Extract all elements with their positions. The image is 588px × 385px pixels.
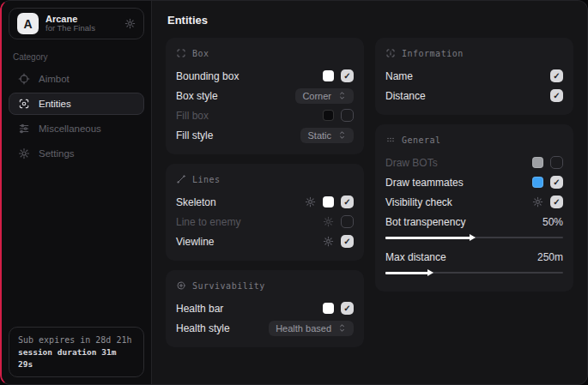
row-draw-bots: Draw BOTs (385, 153, 563, 172)
main-content: Entities Box Bounding box (152, 1, 587, 384)
checkbox[interactable] (341, 109, 354, 122)
unfold-icon (337, 130, 347, 140)
session-duration-text: session duration 31m 29s (18, 346, 135, 371)
slider-track[interactable] (385, 237, 563, 238)
dropdown-value: Corner (302, 91, 331, 101)
panel-box: Box Bounding box Box style Corner (166, 38, 364, 154)
health-icon (176, 280, 186, 291)
row-box-style: Box style Corner (176, 86, 354, 105)
gear-icon (18, 147, 30, 159)
slider-value: 50% (543, 216, 563, 228)
app-logo: A (17, 13, 39, 34)
slider-max-distance: Max distance 250m (385, 247, 563, 274)
sidebar-item-label: Aimbot (39, 74, 70, 84)
row-label: Distance (385, 90, 426, 102)
sidebar-item-aimbot[interactable]: Aimbot (9, 68, 144, 90)
color-swatch[interactable] (323, 110, 334, 121)
checkbox[interactable] (550, 69, 563, 82)
sub-expiry-text: Sub expires in 28d 21h (18, 334, 135, 346)
checkbox[interactable] (341, 302, 354, 315)
category-label: Category (13, 52, 140, 62)
row-name: Name (385, 66, 563, 86)
panel-general: General Draw BOTs Draw teammates (375, 124, 573, 292)
row-label: Health bar (176, 303, 223, 315)
row-health-bar: Health bar (176, 298, 354, 318)
unfold-icon (337, 91, 347, 100)
diagonal-line-icon (176, 174, 186, 184)
row-viewline: Viewline (176, 232, 354, 251)
row-label: Box style (176, 90, 218, 102)
row-label: Bot transpenency (385, 216, 465, 228)
checkbox[interactable] (341, 235, 354, 248)
color-swatch[interactable] (323, 70, 334, 81)
slider-value: 250m (537, 251, 563, 263)
row-health-style: Health style Health based (176, 318, 354, 338)
slider-handle[interactable] (385, 237, 470, 239)
slider-bot-transparency: Bot transpenency 50% (385, 212, 563, 238)
checkbox[interactable] (341, 215, 354, 228)
row-bounding-box: Bounding box (176, 66, 354, 86)
unfold-icon (337, 323, 347, 333)
panel-survivability: Survivability Health bar Health style He… (166, 270, 364, 347)
row-line-to-enemy: Line to enemy (176, 212, 354, 232)
row-draw-teammates: Draw teammates (385, 172, 563, 192)
sidebar-item-label: Settings (39, 148, 75, 159)
checkbox[interactable] (550, 196, 563, 208)
app-subtitle: for The Finals (45, 24, 95, 33)
panel-header-label: Box (192, 49, 209, 58)
sidebar: A Arcane for The Finals Category Aimbot … (2, 1, 152, 384)
row-label: Viewline (176, 236, 214, 248)
app-window: A Arcane for The Finals Category Aimbot … (0, 0, 588, 385)
sidebar-item-label: Entities (39, 99, 71, 109)
dropdown-value: Health based (276, 323, 331, 334)
gear-icon[interactable] (323, 216, 334, 227)
row-label: Draw BOTs (385, 157, 438, 169)
row-skeleton: Skeleton (176, 192, 354, 212)
page-title: Entities (167, 14, 573, 27)
row-label: Health style (176, 322, 230, 334)
checkbox[interactable] (550, 156, 563, 169)
logo-card: A Arcane for The Finals (9, 8, 144, 39)
sidebar-item-entities[interactable]: Entities (9, 93, 144, 115)
grid-dots-icon (385, 135, 396, 145)
checkbox[interactable] (550, 89, 563, 102)
panel-lines: Lines Skeleton Line to enemy (166, 164, 364, 261)
row-label: Draw teammates (385, 177, 464, 189)
color-swatch[interactable] (532, 157, 543, 168)
sliders-icon (18, 123, 30, 135)
crosshair-icon (18, 73, 30, 85)
fill-style-dropdown[interactable]: Static (300, 128, 354, 143)
sidebar-item-miscellaneous[interactable]: Miscellaneous (9, 117, 144, 140)
slider-track[interactable] (385, 272, 563, 274)
gear-icon[interactable] (305, 196, 316, 208)
row-visibility-check: Visibility check (385, 192, 563, 212)
sidebar-item-label: Miscellaneous (39, 123, 101, 134)
panel-header-label: Survivability (192, 281, 265, 291)
box-style-dropdown[interactable]: Corner (295, 88, 354, 104)
checkbox[interactable] (341, 69, 354, 82)
sidebar-item-settings[interactable]: Settings (9, 142, 144, 165)
color-swatch[interactable] (532, 177, 543, 188)
checkbox[interactable] (550, 176, 563, 189)
info-scan-icon (385, 48, 396, 58)
row-label: Bounding box (176, 70, 239, 82)
panel-header-label: General (402, 135, 441, 145)
gear-icon[interactable] (124, 18, 136, 29)
scan-icon (18, 98, 30, 110)
scan-brackets-icon (176, 48, 186, 58)
subscription-card: Sub expires in 28d 21h session duration … (9, 327, 144, 378)
row-label: Visibility check (385, 196, 452, 208)
gear-icon[interactable] (532, 196, 543, 208)
row-label: Name (385, 70, 413, 82)
dropdown-value: Static (307, 130, 331, 141)
gear-icon[interactable] (323, 236, 334, 247)
health-style-dropdown[interactable]: Health based (269, 321, 354, 336)
checkbox[interactable] (341, 196, 354, 208)
row-label: Fill style (176, 129, 213, 141)
row-label: Skeleton (176, 196, 216, 208)
color-swatch[interactable] (323, 196, 334, 208)
color-swatch[interactable] (323, 303, 334, 314)
row-label: Fill box (176, 110, 209, 122)
panel-header-label: Lines (192, 175, 221, 184)
slider-handle[interactable] (385, 272, 428, 274)
